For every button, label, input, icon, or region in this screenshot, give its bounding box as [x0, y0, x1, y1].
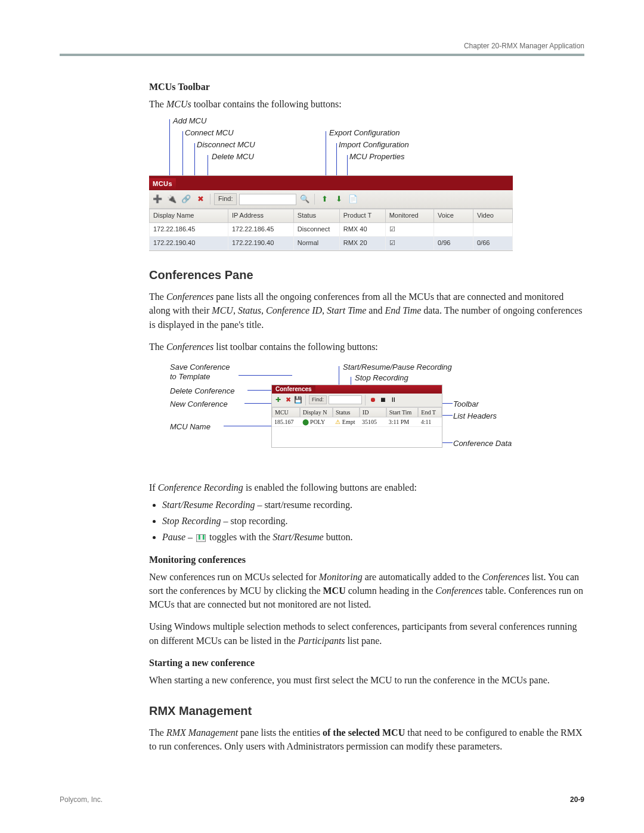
conference-row[interactable]: 185.167 ⬤ POLY ⚠ Empt 35105 3:11 PM 4:11	[272, 417, 442, 427]
cell-ip: 172.22.186.45	[228, 223, 293, 237]
toolbar-separator	[365, 395, 366, 405]
disconnect-mcu-icon[interactable]: 🔗	[180, 193, 192, 205]
text-emph: Start/Resume	[273, 532, 323, 542]
figure-conferences-pane: Save Conference to Template Delete Confe…	[149, 362, 584, 472]
text: – start/resume recording.	[255, 500, 352, 510]
col-display-name[interactable]: Display Name	[150, 209, 228, 223]
col-display-name[interactable]: Display N	[300, 407, 333, 417]
cell-mcu: 185.167	[272, 417, 300, 427]
text-emph: MCU	[212, 305, 233, 315]
find-label: Find:	[309, 395, 327, 404]
pause-recording-icon[interactable]: ⏸	[389, 396, 397, 404]
delete-conference-icon[interactable]: ✖	[284, 396, 292, 404]
cell-end: 4:11	[419, 417, 442, 427]
col-id[interactable]: ID	[360, 407, 386, 417]
import-config-icon[interactable]: ⬇	[333, 193, 345, 205]
export-config-icon[interactable]: ⬆	[318, 193, 330, 205]
figure-mcus-toolbar: Add MCU Connect MCU Disconnect MCU Delet…	[149, 116, 513, 251]
text: The	[149, 342, 166, 352]
add-mcu-icon[interactable]: ➕	[151, 193, 163, 205]
list-item: Pause – toggles with the Start/Resume bu…	[162, 530, 584, 544]
mcus-panel: MCUs ➕ 🔌 🔗 ✖ Find: 🔍 ⬆ ⬇ 📄	[149, 175, 513, 251]
cell-name: 172.22.186.45	[150, 223, 228, 237]
callout-toolbar: Toolbar	[453, 399, 479, 410]
cell-voice: 0/96	[434, 237, 473, 250]
callout-list-headers: List Headers	[453, 411, 497, 422]
list-item: Stop Recording – stop recording.	[162, 514, 584, 528]
callout-new-conf: New Conference	[170, 399, 228, 410]
callout-export-config: Export Configuration	[329, 128, 400, 139]
text-emph: Start/Resume Recording	[162, 500, 255, 510]
text: The	[149, 727, 166, 738]
cell-status: ⚠ Empt	[333, 417, 360, 427]
col-monitored[interactable]: Monitored	[385, 209, 434, 223]
monitoring-p1: New conferences run on MCUs selected for…	[149, 570, 584, 612]
text: are automatically added to the	[363, 572, 482, 582]
text-emph: End Time	[385, 305, 421, 315]
conferences-intro-1: The Conferences pane lists all the ongoi…	[149, 290, 584, 332]
text-bold: MCU	[323, 586, 345, 596]
stop-recording-icon[interactable]: ⏹	[379, 396, 387, 404]
cell-id: 35105	[360, 417, 386, 427]
list-item: Start/Resume Recording – start/resume re…	[162, 498, 584, 512]
text-emph: Conference Recording	[158, 482, 243, 493]
text: pane lists the entities	[238, 727, 323, 738]
connect-mcu-icon[interactable]: 🔌	[166, 193, 178, 205]
text-emph: Stop Recording	[162, 516, 221, 526]
cell-monitored[interactable]: ☑	[385, 237, 434, 250]
delete-mcu-icon[interactable]: ✖	[194, 193, 206, 205]
mcu-properties-icon[interactable]: 📄	[347, 193, 359, 205]
col-end-time[interactable]: End T	[418, 407, 442, 417]
callout-mcu-name: MCU Name	[170, 422, 210, 433]
cell-product: RMX 40	[339, 223, 385, 237]
callout-delete-mcu: Delete MCU	[212, 151, 254, 163]
conferences-headers: MCU Display N Status ID Start Tim End T	[272, 407, 442, 417]
mcus-toolbar-row: ➕ 🔌 🔗 ✖ Find: 🔍 ⬆ ⬇ 📄	[149, 190, 513, 209]
text-emph: Start Time	[327, 305, 366, 315]
starting-conference-heading: Starting a new conference	[149, 656, 584, 670]
text-bold: of the selected MCU	[323, 727, 405, 738]
callout-stop-recording: Stop Recording	[355, 373, 408, 384]
col-ip-address[interactable]: IP Address	[228, 209, 293, 223]
mcus-toolbar-intro: The MCUs toolbar contains the following …	[149, 97, 584, 111]
text-emph: MCUs	[166, 99, 191, 109]
chapter-header: Chapter 20-RMX Manager Application	[60, 42, 584, 50]
text-emph: Conference ID	[266, 305, 322, 315]
text: column heading in the	[346, 586, 436, 596]
callout-to-template: to Template	[170, 371, 210, 383]
save-template-icon[interactable]: 💾	[294, 396, 302, 404]
toolbar-separator	[314, 194, 315, 205]
col-start-time[interactable]: Start Tim	[386, 407, 419, 417]
col-status[interactable]: Status	[333, 407, 360, 417]
col-mcu[interactable]: MCU	[272, 407, 300, 417]
col-status[interactable]: Status	[293, 209, 339, 223]
col-product-type[interactable]: Product T	[339, 209, 385, 223]
table-row[interactable]: 172.22.190.40 172.22.190.40 Normal RMX 2…	[150, 237, 513, 250]
text: POLY	[310, 419, 325, 425]
col-voice[interactable]: Voice	[434, 209, 473, 223]
conferences-panel: Conferences ✚ ✖ 💾 Find: ⏺ ⏹ ⏸ MCU Displa…	[271, 385, 442, 448]
callout-connect-mcu: Connect MCU	[185, 128, 234, 139]
callout-mcu-properties: MCU Properties	[349, 151, 404, 163]
find-label: Find:	[214, 193, 237, 205]
cell-monitored[interactable]: ☑	[385, 223, 434, 237]
new-conference-icon[interactable]: ✚	[274, 396, 282, 404]
starting-conference-p: When starting a new conference, you must…	[149, 673, 584, 687]
find-input[interactable]	[329, 395, 362, 404]
conferences-pane-heading: Conferences Pane	[149, 267, 584, 284]
table-row[interactable]: 172.22.186.45 172.22.186.45 Disconnect R…	[150, 223, 513, 237]
col-video[interactable]: Video	[473, 209, 513, 223]
footer-company: Polycom, Inc.	[60, 795, 103, 804]
find-input[interactable]	[239, 194, 296, 205]
text: list toolbar contains the following butt…	[213, 342, 378, 352]
search-icon[interactable]: 🔍	[299, 193, 311, 205]
start-recording-icon[interactable]: ⏺	[369, 396, 377, 404]
conferences-intro-2: The Conferences list toolbar contains th…	[149, 340, 584, 354]
text-emph: Status	[238, 305, 261, 315]
cell-status: Normal	[293, 237, 339, 250]
text-emph: Pause	[162, 532, 185, 542]
rmx-management-heading: RMX Management	[149, 702, 584, 720]
conferences-toolbar: ✚ ✖ 💾 Find: ⏺ ⏹ ⏸	[272, 394, 442, 407]
rmx-management-p: The RMX Management pane lists the entiti…	[149, 726, 584, 753]
pause-icon	[196, 534, 206, 542]
